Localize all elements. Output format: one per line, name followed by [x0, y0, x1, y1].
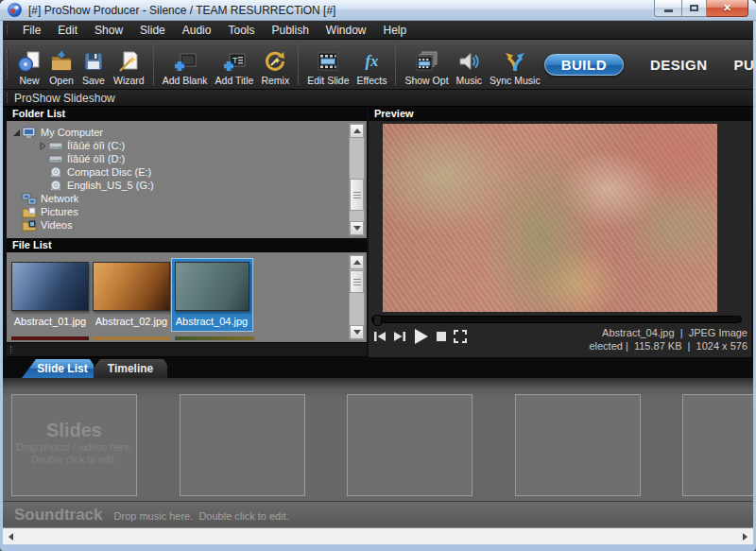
add-title-button[interactable]: T Add Title: [212, 43, 258, 86]
tree-item-my-computer[interactable]: My Computer: [7, 126, 367, 139]
sync-music-button[interactable]: Sync Music: [486, 43, 544, 86]
menu-show[interactable]: Show: [86, 21, 131, 40]
scroll-up-button[interactable]: [350, 255, 364, 269]
tab-timeline[interactable]: Timeline: [86, 359, 167, 378]
previous-button[interactable]: [373, 330, 387, 343]
scroll-down-button[interactable]: [350, 325, 364, 339]
menu-help[interactable]: Help: [375, 21, 416, 40]
seek-handle[interactable]: [373, 315, 382, 326]
tree-item-cd-e[interactable]: Compact Disc (E:): [7, 165, 367, 179]
minimize-button[interactable]: [654, 0, 681, 17]
effects-icon: fx: [359, 49, 384, 74]
menu-edit[interactable]: Edit: [49, 21, 86, 40]
menu-file[interactable]: File: [14, 21, 49, 40]
scroll-right-icon[interactable]: [743, 533, 747, 541]
cd-drive-icon: [48, 166, 63, 179]
edit-slide-button[interactable]: Edit Slide: [303, 43, 352, 86]
empty-slide-slot[interactable]: [515, 394, 641, 496]
save-icon: [81, 49, 106, 74]
tree-item-cd-g[interactable]: English_US_5 (G:): [7, 179, 367, 192]
empty-slide-slot[interactable]: [682, 394, 753, 496]
new-label: New: [19, 75, 39, 86]
open-label: Open: [49, 75, 74, 86]
main-toolbar: New Open Save Wizard: [3, 40, 753, 90]
folder-tree-scrollbar[interactable]: [349, 123, 365, 236]
empty-slide-slot[interactable]: Slides Drop photos / videos here. Double…: [11, 394, 137, 496]
client-area: File Edit Show Slide Audio Tools Publish…: [3, 21, 753, 544]
expander-expanded-icon[interactable]: [11, 129, 22, 137]
tree-item-label: Íîâûé òîì (C:): [67, 140, 125, 151]
scroll-left-icon[interactable]: [9, 533, 13, 541]
file-thumbnail[interactable]: [93, 262, 170, 311]
show-options-label: Show Opt: [404, 75, 448, 86]
maximize-icon: [690, 5, 698, 11]
window-title: [#] ProShow Producer - Silence / TEAM RE…: [28, 4, 335, 17]
new-icon: [17, 49, 42, 74]
bottom-tab-bar: Timeline Slide List: [3, 357, 753, 378]
fullscreen-button[interactable]: [454, 330, 467, 343]
tab-slide-list[interactable]: Slide List: [22, 359, 94, 378]
menu-publish[interactable]: Publish: [263, 21, 317, 40]
tree-item-pictures[interactable]: Pictures: [7, 205, 367, 218]
horizontal-scrollbar[interactable]: [3, 527, 753, 544]
close-button[interactable]: ✕: [707, 0, 748, 17]
tree-item-network[interactable]: Network: [7, 192, 367, 205]
scrollbar-thumb[interactable]: [350, 270, 364, 293]
wizard-label: Wizard: [113, 75, 145, 86]
remix-button[interactable]: Remix: [257, 43, 293, 86]
play-button[interactable]: [413, 328, 429, 345]
arrow-down-icon: [353, 330, 361, 335]
file-thumbnail[interactable]: [11, 262, 89, 311]
slide-list-area[interactable]: Slides Drop photos / videos here. Double…: [3, 378, 753, 501]
empty-slide-slot[interactable]: [180, 394, 305, 496]
file-name[interactable]: Abstract_04.jpg: [171, 316, 252, 327]
window-controls: ✕: [654, 0, 748, 17]
effects-button[interactable]: fx Effects: [353, 43, 391, 86]
tree-item-label: Network: [41, 193, 78, 204]
scroll-down-button[interactable]: [350, 221, 364, 235]
publish-mode-button[interactable]: PUBLISH: [734, 57, 754, 73]
tree-item-label: My Computer: [41, 127, 103, 138]
open-button[interactable]: Open: [45, 43, 77, 86]
tree-item-label: Íîâûé òîì (D:): [67, 153, 125, 164]
sync-music-label: Sync Music: [490, 75, 541, 86]
design-mode-button[interactable]: DESIGN: [650, 57, 708, 73]
title-bar[interactable]: [#] ProShow Producer - Silence / TEAM RE…: [0, 0, 756, 21]
menu-window[interactable]: Window: [318, 21, 375, 40]
show-options-button[interactable]: Show Opt: [401, 43, 452, 86]
stop-button[interactable]: [436, 331, 447, 342]
remix-icon: [263, 49, 287, 74]
music-label: Music: [456, 75, 482, 86]
soundtrack-bar[interactable]: Soundtrack Drop music here. Double click…: [3, 501, 753, 527]
tree-item-drive-d[interactable]: Íîâûé òîì (D:): [7, 152, 367, 165]
add-title-label: Add Title: [215, 75, 254, 86]
preview-image[interactable]: [383, 124, 717, 312]
next-button[interactable]: [393, 330, 406, 343]
file-list: Abstract_01.jpg Abstract_02.jpg Abstract…: [7, 252, 367, 342]
add-blank-button[interactable]: Add Blank: [159, 43, 212, 86]
menu-audio[interactable]: Audio: [174, 21, 220, 40]
file-name[interactable]: Abstract_01.jpg: [9, 316, 91, 327]
menu-slide[interactable]: Slide: [131, 21, 174, 40]
scroll-up-button[interactable]: [350, 124, 364, 138]
tree-item-videos[interactable]: Videos: [7, 218, 367, 232]
wizard-icon: [116, 49, 141, 74]
save-button[interactable]: Save: [77, 43, 110, 86]
file-thumbnail-selected[interactable]: [175, 262, 249, 311]
menu-tools[interactable]: Tools: [219, 21, 263, 40]
menu-grip: [7, 25, 9, 35]
wizard-button[interactable]: Wizard: [110, 43, 148, 86]
expander-collapsed-icon[interactable]: [38, 142, 48, 150]
maximize-button[interactable]: [681, 0, 707, 17]
toolbar-separator: [298, 43, 299, 85]
build-mode-button[interactable]: BUILD: [544, 54, 624, 76]
preview-seekbar[interactable]: [371, 316, 742, 323]
music-button[interactable]: Music: [453, 43, 486, 86]
new-button[interactable]: New: [13, 43, 45, 86]
scrollbar-thumb[interactable]: [350, 179, 364, 211]
file-list-scrollbar[interactable]: [349, 254, 365, 340]
file-name[interactable]: Abstract_02.jpg: [91, 316, 172, 327]
empty-slide-slot[interactable]: [347, 394, 472, 496]
next-row-thumbnail-edge: [93, 336, 170, 340]
tree-item-drive-c[interactable]: Íîâûé òîì (C:): [7, 139, 367, 152]
